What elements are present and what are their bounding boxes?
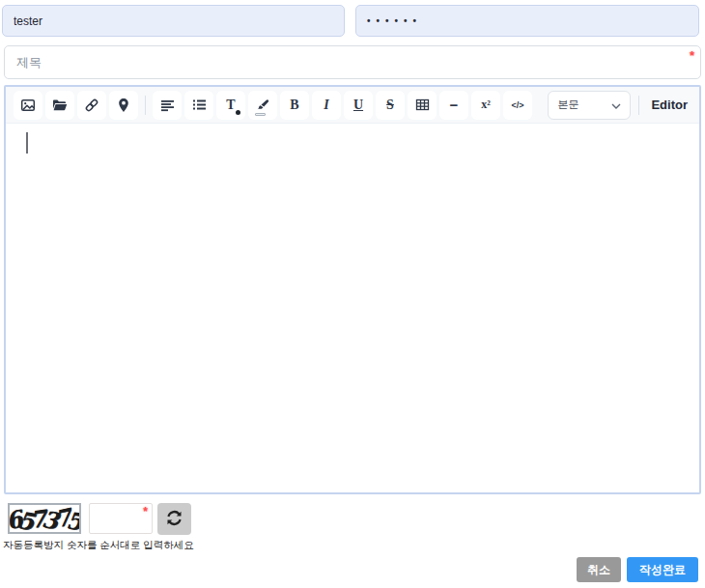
- refresh-icon: [166, 510, 183, 529]
- password-input[interactable]: [355, 5, 699, 37]
- title-required-asterisk: *: [690, 49, 694, 62]
- captcha-image: 6 5 7 3 7 5: [8, 503, 81, 534]
- format-select-value: 본문: [557, 98, 578, 112]
- link-icon: [84, 98, 99, 113]
- insert-location-button[interactable]: [109, 91, 138, 120]
- editor-toolbar: T B I U S: [6, 87, 699, 124]
- table-icon: [415, 98, 430, 111]
- highlight-color-bar: [255, 113, 266, 116]
- font-color-button[interactable]: T: [216, 91, 245, 120]
- list-button[interactable]: [184, 91, 213, 120]
- toolbar-right-group: 본문 Editor: [548, 91, 691, 120]
- cancel-button[interactable]: 취소: [577, 557, 621, 582]
- insert-image-button[interactable]: [14, 91, 42, 120]
- toolbar-separator: [145, 96, 146, 115]
- color-dot: [236, 110, 240, 115]
- highlight-button[interactable]: [248, 91, 277, 120]
- chevron-down-icon: [611, 99, 621, 111]
- form-actions: 취소 작성완료: [577, 557, 698, 582]
- folder-open-icon: [52, 98, 68, 113]
- username-input[interactable]: [2, 5, 345, 37]
- align-left-icon: [160, 98, 175, 112]
- captcha-required-asterisk: *: [143, 506, 148, 518]
- title-field-wrap: *: [4, 45, 701, 79]
- italic-button[interactable]: I: [312, 91, 341, 120]
- captcha-input-wrap: *: [89, 503, 153, 534]
- paragraph-format-select[interactable]: 본문: [548, 91, 631, 120]
- italic-icon: I: [324, 98, 328, 113]
- list-ul-icon: [192, 98, 207, 111]
- insert-link-button[interactable]: [77, 91, 106, 120]
- font-color-icon: T: [226, 98, 235, 113]
- bold-button[interactable]: B: [280, 91, 309, 120]
- editor-mode-toggle[interactable]: Editor: [647, 98, 691, 112]
- strikethrough-icon: S: [386, 98, 394, 113]
- underline-button[interactable]: U: [344, 91, 373, 120]
- insert-table-button[interactable]: [408, 91, 437, 120]
- title-input[interactable]: [4, 45, 701, 79]
- captcha-refresh-button[interactable]: [157, 503, 191, 535]
- captcha-help-text: 자동등록방지 숫자를 순서대로 입력하세요: [3, 539, 194, 552]
- rich-text-editor: T B I U S: [4, 85, 701, 494]
- text-caret: [26, 132, 28, 154]
- underline-icon: U: [353, 98, 363, 113]
- map-marker-icon: [117, 98, 130, 113]
- code-icon: </>: [511, 100, 523, 110]
- horizontal-rule-button[interactable]: −: [439, 91, 468, 120]
- attach-file-button[interactable]: [45, 91, 74, 120]
- strikethrough-button[interactable]: S: [376, 91, 405, 120]
- captcha-digit: 5: [65, 506, 81, 534]
- superscript-icon: x²: [481, 98, 491, 112]
- image-icon: [20, 98, 36, 113]
- align-button[interactable]: [153, 91, 182, 120]
- bold-icon: B: [290, 98, 298, 113]
- toolbar-separator: [638, 96, 639, 115]
- code-view-button[interactable]: </>: [503, 91, 532, 120]
- horizontal-rule-icon: −: [450, 97, 459, 113]
- highlighter-brush-icon: [256, 99, 269, 110]
- submit-button[interactable]: 작성완료: [627, 557, 698, 582]
- editor-content-area[interactable]: [6, 124, 699, 492]
- superscript-button[interactable]: x²: [471, 91, 500, 120]
